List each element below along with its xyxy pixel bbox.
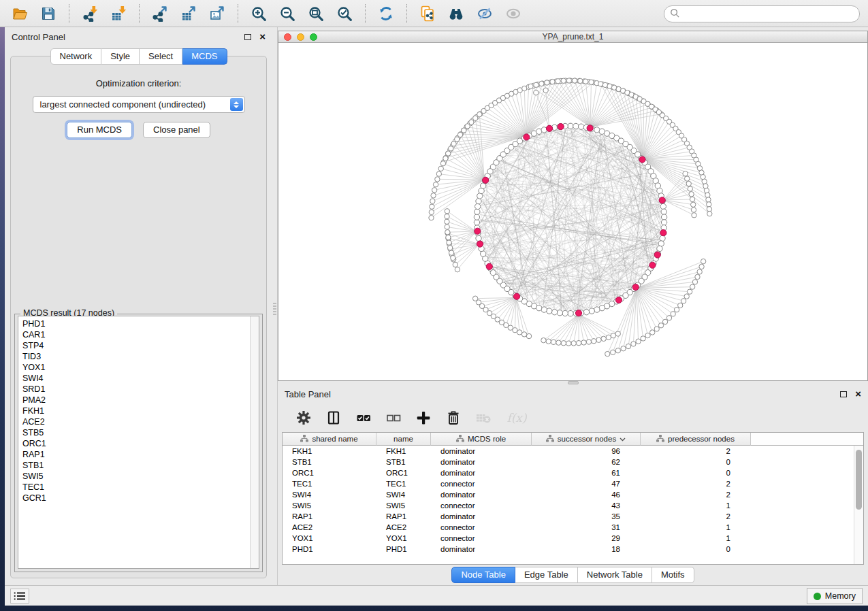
table-row[interactable]: FKH1FKH1dominator962 [283,446,863,457]
memory-button[interactable]: Memory [807,588,863,604]
mcds-result-item[interactable]: RAP1 [18,449,259,460]
vertical-splitter[interactable] [272,27,278,585]
float-panel-icon[interactable] [840,391,847,397]
maximize-window-icon[interactable] [310,33,317,41]
export-network-icon[interactable] [151,5,169,22]
tab-motifs[interactable]: Motifs [652,567,694,583]
tab-select[interactable]: Select [140,48,182,65]
cell-predecessor-nodes: 1 [641,500,751,511]
search-input[interactable] [664,5,860,22]
deselect-all-icon[interactable] [385,409,402,427]
find-network-icon[interactable] [447,5,465,22]
close-panel-icon[interactable]: × [855,391,861,397]
mcds-result-item[interactable]: SRD1 [18,384,259,395]
search-field-wrap [664,5,860,22]
tab-style[interactable]: Style [101,48,140,65]
mcds-result-item[interactable]: SWI5 [18,471,259,482]
import-table-icon[interactable] [110,5,127,22]
export-image-icon[interactable] [208,5,226,22]
mcds-result-item[interactable]: SWI4 [18,373,259,384]
mcds-result-item[interactable]: STP4 [18,340,259,351]
mcds-result-item[interactable]: STB5 [18,427,259,438]
table-row[interactable]: SWI5SWI5connector431 [283,500,863,511]
mcds-result-item[interactable]: GCR1 [18,493,259,503]
close-panel-button[interactable]: Close panel [143,122,210,138]
node-table[interactable]: shared namenameMCDS rolesuccessor nodesp… [282,432,864,565]
toolbar-separator [69,4,69,23]
tab-node-table[interactable]: Node Table [451,567,515,583]
mcds-result-item[interactable]: TEC1 [18,482,259,493]
cell-name: ORC1 [376,467,431,478]
float-panel-icon[interactable] [244,34,251,40]
duplicate-network-icon[interactable] [419,5,436,22]
mcds-result-item[interactable]: CAR1 [18,329,259,340]
mcds-result-item[interactable]: TID3 [18,351,259,362]
select-all-icon[interactable] [355,409,372,427]
column-type-icon [300,435,308,444]
mcds-result-item[interactable]: STB1 [18,460,259,471]
column-header-successor-nodes[interactable]: successor nodes [532,433,641,446]
criterion-dropdown[interactable]: largest connected component (undirected) [33,96,245,113]
minimize-window-icon[interactable] [297,33,304,41]
column-header-mcds-role[interactable]: MCDS role [431,433,532,446]
column-header-shared-name[interactable]: shared name [283,433,376,446]
run-mcds-button[interactable]: Run MCDS [67,122,132,138]
horizontal-splitter[interactable] [278,381,868,384]
table-row[interactable]: STB1STB1dominator620 [283,457,863,467]
columns-icon[interactable] [325,409,342,427]
mcds-result-item[interactable]: YOX1 [18,362,259,373]
mcds-result-item[interactable]: FKH1 [18,406,259,416]
network-canvas[interactable] [278,43,867,380]
refresh-view-icon[interactable] [377,5,395,22]
zoom-fit-icon[interactable] [307,5,325,22]
table-row[interactable]: YOX1YOX1connector291 [283,533,863,544]
cell-mcds-role: connector [431,500,532,511]
zoom-out-icon[interactable] [278,5,296,22]
tab-mcds[interactable]: MCDS [182,48,227,65]
mcds-list-scrollbar[interactable] [250,316,259,568]
mcds-result-item[interactable]: ACE2 [18,416,259,427]
mcds-result-list[interactable]: PHD1CAR1STP4TID3YOX1SWI4SRD1PMA2FKH1ACE2… [18,316,259,569]
cell-successor-nodes: 96 [532,446,641,457]
mcds-result-item[interactable]: PMA2 [18,395,259,406]
zoom-in-icon[interactable] [250,5,268,22]
task-history-button[interactable] [10,589,29,604]
zoom-selected-icon[interactable] [336,5,353,22]
open-file-icon[interactable] [11,5,29,22]
table-panel-title: Table Panel [285,389,331,399]
network-view-frame: YPA_prune.txt_1 [278,31,868,381]
splitter-grip[interactable] [568,381,579,384]
cell-successor-nodes: 43 [532,500,641,511]
close-window-icon[interactable] [284,33,291,41]
table-scrollbar-thumb[interactable] [856,450,862,510]
column-header-name[interactable]: name [376,433,431,446]
add-row-icon[interactable] [415,409,432,427]
close-panel-icon[interactable]: × [259,33,266,40]
hide-panels-icon[interactable] [476,5,494,22]
tab-network-table[interactable]: Network Table [578,567,652,583]
export-table-icon[interactable] [180,5,197,22]
mcds-result-item[interactable]: PHD1 [18,318,259,329]
delete-row-icon[interactable] [445,409,462,427]
table-row[interactable]: ACE2ACE2connector311 [283,522,863,533]
cell-shared-name: ORC1 [283,467,376,478]
import-network-icon[interactable] [81,5,99,22]
table-row[interactable]: SWI4SWI4dominator462 [283,489,863,500]
table-scrollbar[interactable] [854,446,863,564]
cell-name: ACE2 [376,522,431,533]
tab-edge-table[interactable]: Edge Table [515,567,578,583]
status-bar: Memory [5,585,868,606]
mcds-result-item[interactable]: ORC1 [18,438,259,449]
cell-predecessor-nodes: 2 [641,446,751,457]
table-row[interactable]: TEC1TEC1connector472 [283,478,863,489]
table-row[interactable]: ORC1ORC1dominator610 [283,467,863,478]
cell-predecessor-nodes: 1 [641,522,751,533]
settings-icon[interactable] [295,409,312,427]
toolbar-separator [139,4,140,23]
table-row[interactable]: RAP1RAP1dominator352 [283,511,863,522]
save-session-icon[interactable] [39,5,57,22]
splitter-grip[interactable] [273,303,276,316]
column-header-predecessor-nodes[interactable]: predecessor nodes [641,433,751,446]
table-row[interactable]: PHD1PHD1dominator180 [283,544,863,555]
tab-network[interactable]: Network [50,48,101,65]
